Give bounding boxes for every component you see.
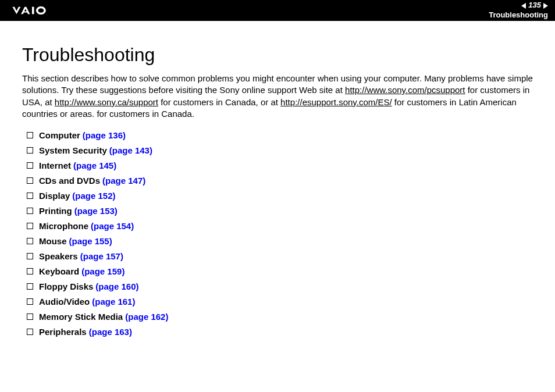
bullet-icon <box>27 253 33 259</box>
toc-page-link[interactable]: (page 154) <box>91 221 134 231</box>
toc-item: Memory Stick Media(page 162) <box>27 312 533 322</box>
nav-prev-icon[interactable] <box>521 3 526 9</box>
toc-page-link[interactable]: (page 163) <box>89 327 132 337</box>
page-nav: 135 <box>489 1 548 10</box>
bullet-icon <box>27 268 33 275</box>
toc-item: Mouse(page 155) <box>27 236 533 246</box>
toc-item: Audio/Video(page 161) <box>27 297 533 307</box>
support-link-canada[interactable]: http://www.sony.ca/support <box>55 97 158 107</box>
toc-item: Internet(page 145) <box>27 161 533 170</box>
toc-page-link[interactable]: (page 136) <box>83 130 126 140</box>
toc-label: Display <box>39 191 70 201</box>
bullet-icon <box>27 298 33 305</box>
header-right: 135 Troubleshooting <box>489 1 548 20</box>
toc-label: System Security <box>39 145 107 155</box>
bullet-icon <box>27 193 33 199</box>
page-header: 135 Troubleshooting <box>0 0 555 21</box>
toc-label: Speakers <box>39 251 78 261</box>
toc-item: Keyboard(page 159) <box>27 266 533 276</box>
bullet-icon <box>27 208 33 214</box>
toc-page-link[interactable]: (page 153) <box>74 206 118 216</box>
toc-page-link[interactable]: (page 155) <box>69 236 112 246</box>
toc-page-link[interactable]: (page 145) <box>73 161 116 170</box>
toc-label: CDs and DVDs <box>39 176 100 186</box>
toc-page-link[interactable]: (page 159) <box>81 266 124 276</box>
toc-list: Computer(page 136) System Security(page … <box>22 130 533 337</box>
nav-next-icon[interactable] <box>543 3 548 9</box>
breadcrumb: Troubleshooting <box>489 10 548 20</box>
toc-label: Keyboard <box>39 266 79 276</box>
bullet-icon <box>27 177 33 184</box>
support-link-usa[interactable]: http://www.sony.com/pcsupport <box>345 85 465 95</box>
toc-label: Computer <box>39 130 80 140</box>
toc-item: CDs and DVDs(page 147) <box>27 176 533 186</box>
intro-text-3: for customers in Canada, or at <box>158 97 280 107</box>
toc-page-link[interactable]: (page 162) <box>125 312 168 322</box>
toc-page-link[interactable]: (page 157) <box>80 251 123 261</box>
bullet-icon <box>27 162 33 169</box>
toc-label: Floppy Disks <box>39 281 93 291</box>
svg-rect-0 <box>32 7 34 15</box>
toc-label: Memory Stick Media <box>39 312 123 322</box>
toc-item: Floppy Disks(page 160) <box>27 281 533 291</box>
bullet-icon <box>27 238 33 244</box>
toc-page-link[interactable]: (page 161) <box>92 297 135 307</box>
vaio-logo <box>12 5 69 16</box>
toc-label: Mouse <box>39 236 67 246</box>
toc-item: Printing(page 153) <box>27 206 533 216</box>
toc-label: Peripherals <box>39 327 87 337</box>
toc-item: Speakers(page 157) <box>27 251 533 261</box>
toc-label: Audio/Video <box>39 297 90 307</box>
support-link-latam[interactable]: http://esupport.sony.com/ES/ <box>280 97 392 107</box>
toc-item: System Security(page 143) <box>27 145 533 155</box>
toc-label: Microphone <box>39 221 88 231</box>
toc-page-link[interactable]: (page 152) <box>72 191 115 201</box>
toc-item: Peripherals(page 163) <box>27 327 533 337</box>
page-title: Troubleshooting <box>22 44 533 66</box>
toc-page-link[interactable]: (page 143) <box>109 145 152 155</box>
bullet-icon <box>27 132 33 138</box>
page-number: 135 <box>528 1 541 10</box>
toc-label: Internet <box>39 161 71 170</box>
bullet-icon <box>27 147 33 154</box>
bullet-icon <box>27 223 33 229</box>
intro-paragraph: This section describes how to solve comm… <box>22 73 533 120</box>
bullet-icon <box>27 313 33 320</box>
bullet-icon <box>27 329 33 335</box>
page-content: Troubleshooting This section describes h… <box>0 21 555 354</box>
toc-page-link[interactable]: (page 160) <box>95 281 138 291</box>
toc-page-link[interactable]: (page 147) <box>102 176 145 186</box>
toc-item: Microphone(page 154) <box>27 221 533 231</box>
toc-item: Display(page 152) <box>27 191 533 201</box>
bullet-icon <box>27 283 33 290</box>
toc-item: Computer(page 136) <box>27 130 533 140</box>
toc-label: Printing <box>39 206 72 216</box>
